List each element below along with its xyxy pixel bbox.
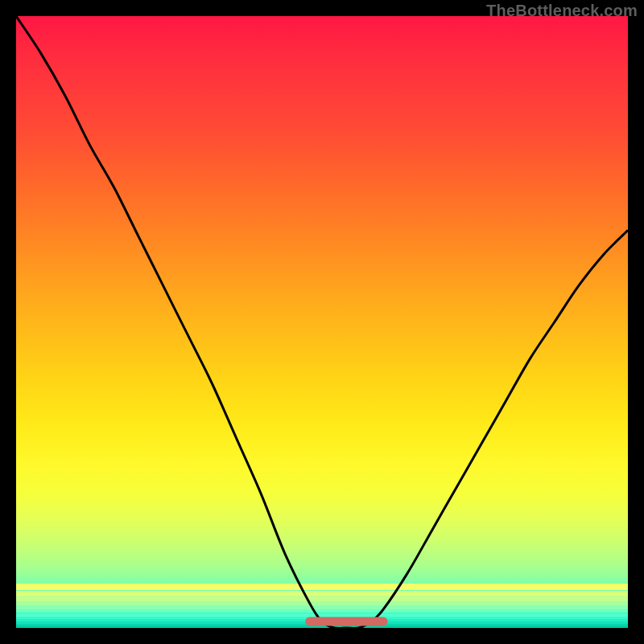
bottleneck-curve <box>16 16 628 628</box>
curve-layer <box>16 16 628 628</box>
plot-area <box>16 16 628 628</box>
watermark-text: TheBottleneck.com <box>486 2 638 20</box>
chart-frame: TheBottleneck.com <box>0 0 644 644</box>
